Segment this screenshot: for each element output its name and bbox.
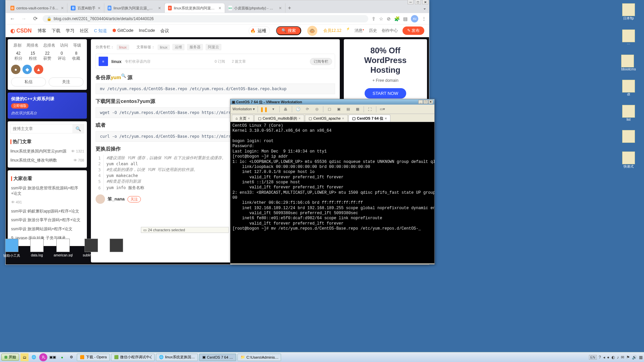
nav-back-icon[interactable]: ← [8, 15, 16, 23]
publish-button[interactable]: ✎ 发布 [402, 26, 424, 35]
maximize-icon[interactable]: □ [423, 100, 428, 104]
snapshot-icon[interactable]: ⟳ [304, 106, 311, 113]
msg-button[interactable]: 私信 [11, 77, 46, 86]
layout3-icon[interactable]: ▤ [345, 106, 352, 113]
pause-icon[interactable]: ❚❚ [261, 106, 267, 113]
column-name[interactable]: linux [111, 59, 121, 64]
msg-link[interactable]: 消息● [355, 28, 364, 34]
tag-chip[interactable]: 服务器 [187, 44, 203, 50]
desktop-icon[interactable]: 辅助小工具 [3, 239, 20, 258]
tray-help-icon[interactable]: ? [599, 355, 601, 360]
creator-center-link[interactable]: 创作中心 [382, 28, 398, 34]
new-tab-button[interactable]: + [285, 5, 294, 11]
close-icon[interactable]: × [385, 116, 387, 120]
nav-item[interactable]: 社区 [80, 28, 89, 34]
fit-icon[interactable]: ▭▾ [379, 106, 386, 113]
desktop-icon[interactable]: 快速式 [622, 152, 635, 169]
fullscreen-icon[interactable]: ⛶ [367, 106, 373, 113]
profile-avatar[interactable]: xu [411, 15, 418, 22]
sidebar-link[interactable]: linux系统更换国内阿里云yum源👁 1321 [10, 147, 84, 156]
tag-chip[interactable]: linux [158, 45, 170, 50]
subscribe-button[interactable]: 订阅专栏 [310, 58, 332, 65]
wechat-icon[interactable]: ● [58, 353, 66, 361]
tray-icon[interactable]: ● [607, 355, 609, 360]
vm-tab[interactable]: ▢CentOS_apache× [305, 115, 348, 122]
taskbar-item[interactable]: 🟧下载 - Opera [77, 354, 110, 361]
taskbar-item[interactable]: 📁C:\Users\Adminis… [237, 354, 281, 361]
browser-tab[interactable]: 百linux切换为阿里云源_百度搜索× [104, 3, 165, 13]
close-icon[interactable]: × [98, 5, 100, 11]
nav-forward-icon[interactable]: → [20, 15, 28, 23]
nav-item[interactable]: 下载 [52, 28, 60, 34]
tag-chip[interactable]: 阿里云 [206, 44, 221, 50]
minimize-icon[interactable]: _ [418, 100, 423, 104]
chrome-icon[interactable]: 🌐 [30, 353, 38, 361]
taskbar-icon[interactable]: 🗂 [20, 353, 29, 361]
csdn-search-widget[interactable]: 🔥 运维 [249, 26, 270, 36]
blog-search-input[interactable] [11, 124, 72, 133]
lang-indicator[interactable]: EN [589, 355, 597, 360]
vm-tab[interactable]: ▢CentOS 7 64 位× [348, 115, 390, 122]
nav-reload-icon[interactable]: ⟳ [31, 15, 39, 23]
share-icon[interactable]: ⇪ [372, 16, 376, 21]
csdn-logo[interactable]: CSDN [10, 27, 32, 34]
desktop-icon[interactable] [622, 130, 635, 143]
gear-icon[interactable]: ⚙ [67, 353, 75, 361]
nav-item[interactable]: C 知道 [94, 28, 107, 34]
browser-tab[interactable]: 百百度AI助手× [67, 3, 104, 13]
tabs-dropdown-icon[interactable]: ⌄ [420, 6, 429, 10]
dropdown-icon[interactable]: ▾ [270, 106, 277, 113]
tag-chip[interactable]: linux [117, 45, 129, 50]
tray-icon[interactable]: ⚑ [626, 355, 630, 360]
download-icon[interactable]: ⊘ [387, 16, 391, 21]
desktop-icon[interactable]: dt [622, 80, 635, 96]
vm-tab[interactable]: ▢CentOS_multidb新的× [254, 115, 304, 122]
sidebar-link[interactable]: ssm毕设 蚂蚁兼职app源码+程序+论文 [11, 207, 84, 216]
layout2-icon[interactable]: ▣ [335, 106, 342, 113]
close-icon[interactable]: × [299, 116, 301, 120]
desktop-icon[interactable]: american.sql [54, 239, 73, 258]
code-block-numbered[interactable]: 1#建议清除 YUM 缓存，以确保 YUM 在下次操作时重新生成缓存。2yum … [96, 155, 228, 191]
clock-icon[interactable]: 🕑 [295, 106, 302, 113]
search-icon[interactable]: 🔍 [72, 124, 84, 133]
qr-icon[interactable]: ▤ [403, 16, 408, 21]
tray-icon[interactable]: ♪ [617, 355, 619, 360]
desktop-icon[interactable]: bbootcms [621, 55, 636, 71]
taskbar-item[interactable]: 🟩微信小程序调试中心 [111, 354, 155, 361]
bookmark-icon[interactable]: ☆ [379, 16, 383, 21]
sidebar-link[interactable]: ssm毕设 旅游分享平台源码+程序+论文 [11, 216, 84, 225]
nav-item[interactable]: 博客 [38, 28, 46, 34]
desktop-icon[interactable]: data.log [30, 239, 44, 258]
user-avatar[interactable]: 🐵 [307, 26, 317, 36]
author-avatar[interactable] [96, 194, 105, 204]
history-link[interactable]: 历史 [369, 28, 377, 34]
nav-item[interactable]: ⬢ GitCode [112, 28, 133, 34]
search-button[interactable]: 🔍 搜索 [276, 26, 301, 35]
browser-titlebar[interactable]: ─ □ ✕ [6, 0, 429, 3]
layout1-icon[interactable]: ▢ [326, 106, 333, 113]
vm-tab[interactable]: ⌂主页× [232, 115, 254, 122]
sidebar-link[interactable]: ssm毕设 旅游信息管理系统源码+程序+论文 [11, 184, 84, 198]
code-block[interactable]: mv /etc/yum.repos.d/CentOS-Base.repo /et… [96, 83, 335, 94]
record-icon[interactable]: ◎ [314, 106, 320, 113]
vmware-titlebar[interactable]: ▣ CentOS 7 64 位 - VMware Workstation _ □… [230, 99, 434, 105]
start-button[interactable]: ⊞开始 [1, 354, 19, 361]
maximize-icon[interactable]: □ [415, 0, 421, 4]
follow-button[interactable]: 关注 [49, 77, 84, 86]
desktop-icon[interactable]: 日本ftp [622, 3, 635, 21]
browser-tab[interactable]: ⊙centos-vault-centos-7.6.1810…× [7, 3, 67, 13]
tray-icon[interactable]: ◐ [611, 355, 615, 360]
app-icon[interactable]: 丸 [39, 353, 47, 361]
print-icon[interactable]: 🖶 [282, 106, 289, 113]
taskbar-item[interactable]: ▣CentOS 7 64 … [199, 354, 236, 361]
close-icon[interactable]: ✕ [422, 0, 428, 4]
terminal[interactable]: CentOS Linux 7 (Core) Kernel 3.10.0-957.… [230, 122, 434, 263]
ad-cta-button[interactable]: START NOW [365, 88, 407, 99]
desktop-icon[interactable]: c001.avi [110, 239, 123, 258]
taskbar-item[interactable]: 🌐linux系统更换国… [156, 354, 198, 361]
close-icon[interactable]: ✕ [428, 100, 433, 104]
nav-item[interactable]: InsCode [139, 28, 155, 34]
taskview-icon[interactable]: ▣▣ [49, 353, 57, 361]
close-icon[interactable]: × [218, 5, 221, 11]
sidebar-link[interactable]: ssm毕设 旅游网站源码+程序+论文 [11, 225, 84, 234]
